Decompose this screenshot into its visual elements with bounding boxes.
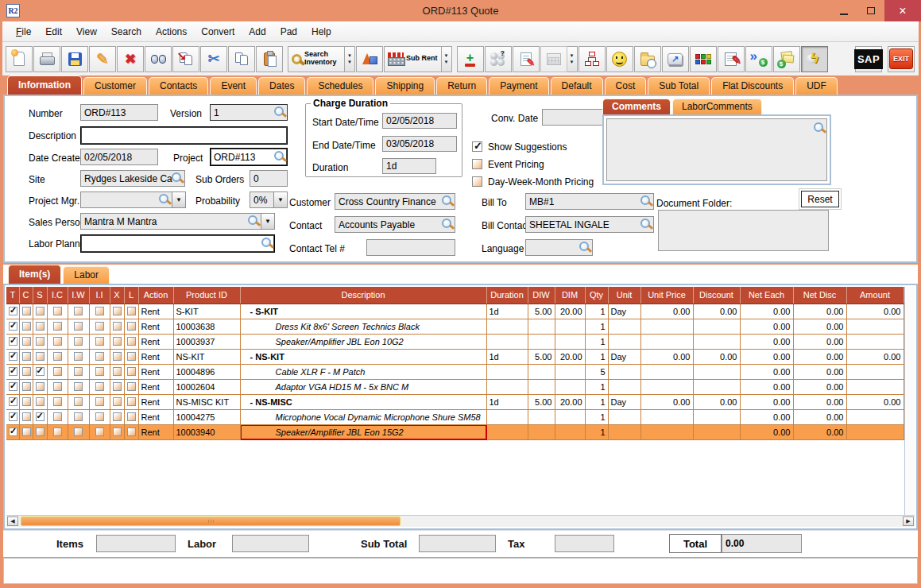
toolbar-cut-button[interactable]: ✂ xyxy=(200,46,227,72)
cell-net-disc[interactable]: 0.00 xyxy=(793,304,846,319)
flag-checkbox[interactable] xyxy=(36,322,45,331)
flag-checkbox[interactable] xyxy=(9,397,17,406)
cell-diw[interactable] xyxy=(528,379,555,394)
cell-flag-x[interactable] xyxy=(110,304,124,319)
project-mgr-dropdown[interactable]: ▼ xyxy=(172,191,186,208)
cell-flag-s[interactable] xyxy=(33,364,47,379)
search-icon[interactable] xyxy=(274,151,284,161)
search-icon[interactable] xyxy=(274,106,284,116)
tab-labor[interactable]: Labor xyxy=(63,266,110,284)
cell-flag-c[interactable] xyxy=(19,319,33,334)
cell-flag-t[interactable] xyxy=(6,349,19,364)
toolbar-copy-button[interactable] xyxy=(228,46,255,72)
cell-flag-i-i[interactable] xyxy=(89,304,110,319)
cell-description[interactable]: Dress Kit 8x6' Screen Technics Black xyxy=(240,319,486,334)
cell-discount[interactable] xyxy=(693,334,740,349)
cell-flag-c[interactable] xyxy=(19,394,33,409)
column-header-x[interactable]: X xyxy=(110,287,124,304)
cell-flag-i-c[interactable] xyxy=(47,409,68,424)
cell-flag-x[interactable] xyxy=(110,349,124,364)
cell-net-each[interactable]: 0.00 xyxy=(740,304,793,319)
cell-amount[interactable] xyxy=(846,424,904,439)
flag-checkbox[interactable] xyxy=(113,322,122,331)
customer-field[interactable]: Cross Country Finance xyxy=(335,193,455,210)
cell-action[interactable]: Rent xyxy=(138,304,173,319)
flag-checkbox[interactable] xyxy=(74,427,83,436)
cell-net-disc[interactable]: 0.00 xyxy=(793,334,846,349)
cell-amount[interactable]: 0.00 xyxy=(846,304,904,319)
cell-flag-i-w[interactable] xyxy=(68,424,89,439)
cell-product-id[interactable]: 10004275 xyxy=(173,409,240,424)
cell-flag-c[interactable] xyxy=(19,424,33,439)
flag-checkbox[interactable] xyxy=(113,382,122,391)
horizontal-scrollbar[interactable]: ◀ ▶ xyxy=(6,515,915,527)
flag-checkbox[interactable] xyxy=(95,412,104,421)
tab-item-s[interactable]: Item(s) xyxy=(8,265,61,284)
cell-flag-i-c[interactable] xyxy=(47,394,68,409)
minimize-button[interactable] xyxy=(830,0,857,21)
menu-actions[interactable]: Actions xyxy=(149,23,194,41)
flag-checkbox[interactable] xyxy=(53,367,62,376)
cell-flag-i-c[interactable] xyxy=(47,334,68,349)
cell-diw[interactable] xyxy=(528,334,555,349)
cell-amount[interactable]: 0.00 xyxy=(846,349,904,364)
cell-diw[interactable] xyxy=(528,409,555,424)
flag-checkbox[interactable] xyxy=(9,427,17,436)
table-row[interactable]: Rent10003937Speaker/Amplifier JBL Eon 10… xyxy=(6,334,904,349)
cell-dim[interactable] xyxy=(555,334,585,349)
column-header-t[interactable]: T xyxy=(6,287,19,304)
cell-diw[interactable] xyxy=(528,364,555,379)
table-row[interactable]: Rent10002604Adaptor VGA HD15 M - 5x BNC … xyxy=(6,379,904,394)
cell-unit[interactable]: Day xyxy=(608,304,640,319)
cell-flag-t[interactable] xyxy=(6,319,19,334)
cell-unit-price[interactable] xyxy=(640,319,693,334)
flag-checkbox[interactable] xyxy=(36,382,45,391)
column-header-unit-price[interactable]: Unit Price xyxy=(640,287,693,304)
maximize-button[interactable] xyxy=(857,0,884,21)
cell-qty[interactable]: 1 xyxy=(585,394,608,409)
cell-flag-i-w[interactable] xyxy=(68,394,89,409)
flag-checkbox[interactable] xyxy=(74,397,83,406)
cell-flag-i-i[interactable] xyxy=(89,394,110,409)
cell-product-id[interactable]: S-KIT xyxy=(173,304,240,319)
cell-flag-i-w[interactable] xyxy=(68,319,89,334)
cell-flag-s[interactable] xyxy=(33,319,47,334)
tab-event[interactable]: Event xyxy=(210,77,257,95)
cell-net-each[interactable]: 0.00 xyxy=(740,349,793,364)
event-pricing-checkbox[interactable] xyxy=(472,159,482,169)
cell-flag-c[interactable] xyxy=(19,409,33,424)
cell-dim[interactable]: 20.00 xyxy=(555,304,585,319)
toolbar-add-remove-line-button[interactable]: + xyxy=(457,46,484,72)
toolbar-calendar-dropdown[interactable]: ▼▼ xyxy=(567,46,578,72)
cell-flag-s[interactable] xyxy=(33,304,47,319)
cell-duration[interactable] xyxy=(486,409,528,424)
flag-checkbox[interactable] xyxy=(53,397,62,406)
search-icon[interactable] xyxy=(579,242,589,251)
cell-flag-i-i[interactable] xyxy=(89,424,110,439)
cell-duration[interactable] xyxy=(486,364,528,379)
cell-description[interactable]: Cable XLR F - M Patch xyxy=(240,364,486,379)
cell-flag-t[interactable] xyxy=(6,379,19,394)
cell-unit[interactable] xyxy=(608,319,640,334)
cell-discount[interactable]: 0.00 xyxy=(693,349,740,364)
flag-checkbox[interactable] xyxy=(36,337,45,346)
flag-checkbox[interactable] xyxy=(53,352,62,361)
cell-product-id[interactable]: 10004896 xyxy=(173,364,240,379)
table-row[interactable]: RentS-KIT- S-KIT1d5.0020.001Day0.000.000… xyxy=(6,304,904,319)
comments-textarea[interactable] xyxy=(606,118,827,181)
cell-flag-l[interactable] xyxy=(124,304,138,319)
cell-description[interactable]: Microphone Vocal Dynamic Microphone Shur… xyxy=(240,409,486,424)
cell-product-id[interactable]: 10003940 xyxy=(173,424,240,439)
duration-field[interactable]: 1d xyxy=(382,158,436,174)
tab-schedules[interactable]: Schedules xyxy=(307,77,373,95)
column-header-qty[interactable]: Qty xyxy=(585,287,608,304)
reset-button[interactable]: Reset xyxy=(801,191,839,207)
toolbar-billing-notes-button[interactable]: $ xyxy=(773,46,800,72)
flag-checkbox[interactable] xyxy=(74,382,83,391)
search-icon[interactable] xyxy=(248,215,257,225)
cell-flag-l[interactable] xyxy=(124,319,138,334)
cell-product-id[interactable]: 10003638 xyxy=(173,319,240,334)
cell-net-disc[interactable]: 0.00 xyxy=(793,349,846,364)
tab-comments[interactable]: Comments xyxy=(602,99,671,114)
cell-unit[interactable]: Day xyxy=(608,394,640,409)
